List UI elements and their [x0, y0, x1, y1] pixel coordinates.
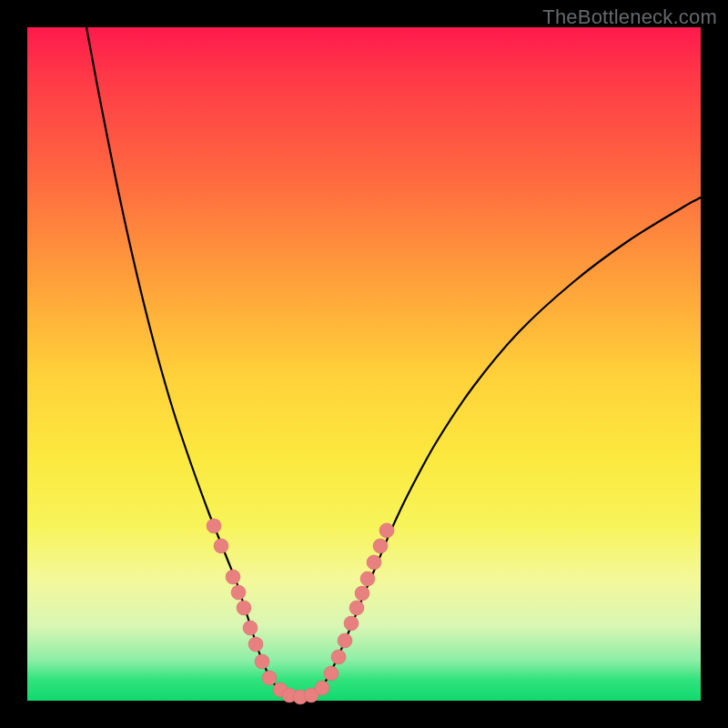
- marker-point: [360, 571, 375, 586]
- marker-point: [355, 586, 369, 601]
- marker-point: [255, 654, 269, 669]
- marker-point: [349, 601, 364, 615]
- marker-point: [226, 570, 240, 584]
- marker-point: [338, 633, 352, 648]
- chart-frame: TheBottleneck.com: [0, 0, 728, 728]
- marker-point: [248, 637, 263, 652]
- marker-point: [324, 666, 339, 681]
- marker-point: [367, 555, 381, 570]
- marker-point: [373, 539, 388, 553]
- marker-point: [315, 681, 329, 695]
- marker-group: [207, 519, 394, 704]
- marker-point: [344, 616, 359, 631]
- marker-point: [379, 523, 394, 538]
- curve-layer: [27, 27, 701, 701]
- marker-point: [231, 585, 246, 600]
- marker-point: [214, 539, 228, 553]
- watermark-label: TheBottleneck.com: [542, 5, 717, 29]
- marker-point: [237, 601, 251, 615]
- marker-point: [262, 671, 277, 685]
- marker-point: [207, 519, 221, 533]
- bottleneck-curve: [86, 27, 701, 698]
- marker-point: [331, 650, 346, 664]
- marker-point: [243, 621, 258, 635]
